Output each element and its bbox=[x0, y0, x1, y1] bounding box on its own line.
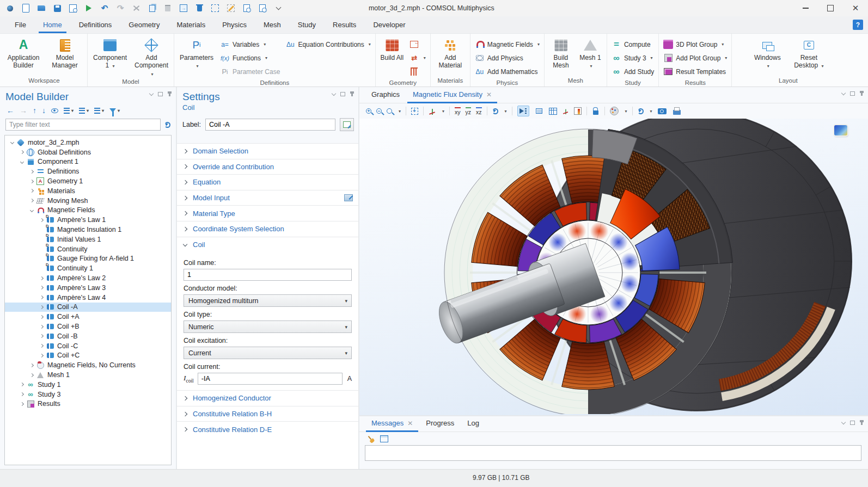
add-study-button[interactable]: ∞ Add Study bbox=[612, 65, 654, 78]
find-icon[interactable] bbox=[242, 4, 251, 13]
rotate-view-icon[interactable] bbox=[492, 108, 498, 114]
snapshot-camera-icon[interactable] bbox=[657, 108, 667, 114]
section-coil[interactable]: Coil bbox=[177, 237, 358, 252]
reset-desktop-button[interactable]: Reset Desktop ▾ bbox=[791, 36, 827, 70]
show-icon[interactable] bbox=[51, 108, 58, 113]
new-file-icon[interactable] bbox=[21, 4, 30, 13]
panel-menu-icon[interactable] bbox=[841, 420, 846, 424]
view-yz-button[interactable]: yz bbox=[466, 107, 472, 115]
add-component-button[interactable]: Add Component ▾ bbox=[133, 36, 169, 77]
tab-close-icon[interactable]: ✕ bbox=[407, 420, 413, 427]
tree-filter-input[interactable] bbox=[5, 119, 161, 131]
tab-messages[interactable]: Messages✕ bbox=[366, 419, 418, 431]
build-all-button[interactable]: Build All bbox=[380, 36, 404, 61]
save-icon[interactable] bbox=[53, 4, 62, 13]
panel-float-icon[interactable] bbox=[340, 92, 345, 96]
menu-tab-file[interactable]: File bbox=[15, 21, 26, 29]
copy-icon[interactable] bbox=[148, 4, 156, 13]
show-axis-icon[interactable] bbox=[563, 108, 569, 114]
tree-item[interactable]: Coil -C bbox=[5, 341, 171, 351]
lock-icon[interactable] bbox=[592, 107, 600, 115]
tree-item[interactable]: Ampère's Law 2 bbox=[5, 273, 171, 283]
magnetic-fields-button[interactable]: Magnetic Fields▾ bbox=[475, 38, 540, 51]
build-mesh-button[interactable]: Build Mesh bbox=[549, 36, 573, 70]
view-xz-button[interactable]: xz bbox=[476, 107, 482, 115]
menu-tab-study[interactable]: Study bbox=[298, 21, 316, 29]
tree-item[interactable]: Coil +B bbox=[5, 322, 171, 331]
model-manager-button[interactable]: Model Manager bbox=[47, 36, 83, 70]
tab-log[interactable]: Log bbox=[462, 419, 485, 431]
section-equation[interactable]: Equation bbox=[177, 174, 358, 190]
scene-light-icon[interactable] bbox=[517, 106, 529, 116]
open-file-icon[interactable] bbox=[37, 4, 46, 13]
coil-type-select[interactable]: Numeric bbox=[184, 320, 352, 333]
toolbar-overflow-icon[interactable] bbox=[274, 4, 283, 13]
tree-item[interactable]: Ampère's Law 4 bbox=[5, 293, 171, 303]
tree-item[interactable]: Geometry 1 bbox=[5, 176, 171, 186]
add-physics-button[interactable]: Add Physics bbox=[475, 51, 540, 65]
tree-item[interactable]: Study 1 bbox=[5, 380, 171, 390]
minimize-button[interactable] bbox=[793, 0, 818, 16]
panel-float-icon[interactable] bbox=[158, 92, 163, 96]
menu-tab-geometry[interactable]: Geometry bbox=[129, 21, 160, 29]
tree-item[interactable]: Initial Values 1 bbox=[5, 235, 171, 244]
default-view-icon[interactable] bbox=[429, 108, 436, 115]
section-homogenized-conductor[interactable]: Homogenized Conductor bbox=[177, 390, 358, 406]
section-material-type[interactable]: Material Type bbox=[177, 205, 358, 221]
panel-float-icon[interactable] bbox=[850, 421, 855, 425]
tree-item[interactable]: Materials bbox=[5, 186, 171, 196]
panel-menu-icon[interactable] bbox=[149, 91, 154, 95]
tree-item-selected[interactable]: Coil -A bbox=[5, 303, 171, 312]
plot-group-3d-button[interactable]: 3D Plot Group▾ bbox=[663, 38, 727, 51]
transparency-icon[interactable] bbox=[534, 107, 544, 115]
tab-progress[interactable]: Progress bbox=[420, 419, 460, 431]
panel-pin-icon[interactable] bbox=[861, 421, 863, 425]
tree-item[interactable]: Coil -B bbox=[5, 331, 171, 341]
coil-excitation-select[interactable]: Current bbox=[184, 347, 352, 359]
zoom-in-icon[interactable]: + bbox=[366, 108, 371, 114]
show-grid-icon[interactable] bbox=[549, 108, 557, 115]
rename-icon[interactable] bbox=[340, 118, 354, 131]
panel-pin-icon[interactable] bbox=[169, 92, 170, 96]
view-xy-button[interactable]: xy bbox=[455, 107, 461, 115]
zoom-box-icon[interactable] bbox=[387, 108, 392, 114]
view-options-icon[interactable]: ▾ bbox=[94, 108, 104, 114]
cut-icon[interactable] bbox=[132, 4, 140, 13]
collapse-list-icon[interactable]: ▾ bbox=[79, 108, 89, 114]
tree-item[interactable]: Mesh 1 bbox=[5, 370, 171, 380]
section-coordinate-system[interactable]: Coordinate System Selection bbox=[177, 221, 358, 237]
variables-button[interactable]: a= Variables▾ bbox=[220, 38, 280, 51]
table-settings-icon[interactable] bbox=[380, 435, 388, 442]
menu-tab-definitions[interactable]: Definitions bbox=[79, 21, 112, 29]
graphics-canvas[interactable] bbox=[359, 119, 868, 415]
windows-button[interactable]: Windows▾ bbox=[749, 36, 785, 70]
geometry-rebuild-button[interactable]: ⇄▾ bbox=[409, 51, 426, 65]
menu-tab-materials[interactable]: Materials bbox=[176, 21, 205, 29]
coil-name-input[interactable] bbox=[184, 269, 352, 281]
filter-icon[interactable]: ▾ bbox=[109, 108, 120, 113]
add-material-button[interactable]: Add Material bbox=[435, 36, 466, 70]
tree-item[interactable]: Continuity bbox=[5, 244, 171, 254]
forward-icon[interactable]: → bbox=[20, 106, 27, 115]
compute-button[interactable]: = Compute bbox=[612, 38, 654, 51]
tree-item[interactable]: Moving Mesh bbox=[5, 196, 171, 206]
tree-item[interactable]: motor_3d_2.mph bbox=[5, 138, 171, 147]
mesh-1-button[interactable]: Mesh 1 ▾ bbox=[578, 36, 602, 70]
duplicate-icon[interactable] bbox=[179, 4, 188, 13]
application-builder-button[interactable]: A Application Builder bbox=[5, 36, 41, 70]
close-button[interactable]: ✕ bbox=[843, 0, 868, 16]
section-constitutive-de[interactable]: Constitutive Relation D-E bbox=[177, 421, 358, 437]
panel-pin-icon[interactable] bbox=[351, 92, 353, 96]
section-override-contribution[interactable]: Override and Contribution bbox=[177, 159, 358, 175]
label-input[interactable] bbox=[205, 119, 335, 131]
tree-item[interactable]: Study 3 bbox=[5, 390, 171, 399]
panel-menu-icon[interactable] bbox=[841, 90, 846, 95]
undo-icon[interactable]: ↶ bbox=[100, 4, 109, 13]
messages-output[interactable] bbox=[365, 445, 861, 461]
study-3-button[interactable]: ∞ Study 3▾ bbox=[612, 51, 654, 65]
tree-item[interactable]: Definitions bbox=[5, 167, 171, 176]
back-icon[interactable]: ← bbox=[7, 106, 14, 115]
tree-item[interactable]: Ampère's Law 3 bbox=[5, 283, 171, 293]
tree-item[interactable]: Coil +A bbox=[5, 312, 171, 322]
geometry-import-button[interactable] bbox=[409, 38, 426, 51]
